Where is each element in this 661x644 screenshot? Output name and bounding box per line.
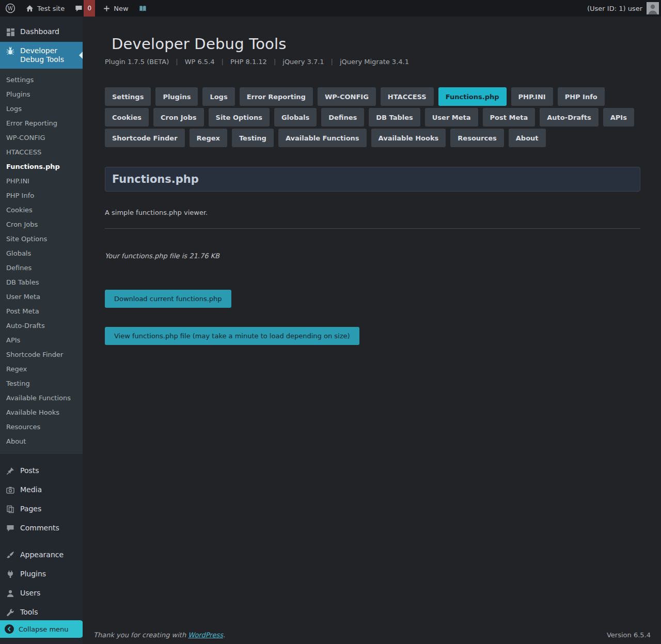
footer-version: Version 6.5.4 (607, 631, 651, 639)
tab-available-hooks[interactable]: Available Hooks (371, 129, 446, 147)
sidebar-item-appearance[interactable]: Appearance (0, 546, 83, 565)
submenu-item-settings[interactable]: Settings (0, 73, 83, 87)
tools-icon (5, 607, 15, 618)
tab-php-info[interactable]: PHP Info (558, 87, 605, 106)
panel-title: Functions.php (112, 173, 199, 185)
tab-functions-php[interactable]: Functions.php (438, 87, 507, 106)
meta-item: jQuery 3.7.1 (282, 58, 324, 66)
submenu-item-testing[interactable]: Testing (0, 376, 83, 391)
sidebar-item-label: Media (20, 485, 42, 494)
tab-testing[interactable]: Testing (232, 129, 274, 147)
tab-regex[interactable]: Regex (190, 129, 227, 147)
menu-separator (0, 454, 83, 462)
admin-bar-comments-button[interactable] (70, 0, 84, 17)
panel-header: Functions.php (105, 167, 640, 192)
tab-user-meta[interactable]: User Meta (425, 108, 478, 127)
submenu-item-site-options[interactable]: Site Options (0, 232, 83, 246)
tab-defines[interactable]: Defines (321, 108, 364, 127)
meta-item: Plugin 1.7.5 (BETA) (105, 58, 169, 66)
submenu-item-globals[interactable]: Globals (0, 246, 83, 261)
submenu-item-available-hooks[interactable]: Available Hooks (0, 405, 83, 420)
tab-resources[interactable]: Resources (450, 129, 503, 147)
tab-shortcode-finder[interactable]: Shortcode Finder (105, 129, 185, 147)
download-functions-button[interactable]: Download current functions.php (105, 290, 231, 308)
submenu-item-cron-jobs[interactable]: Cron Jobs (0, 217, 83, 232)
page-title: Developer Debug Tools (112, 35, 287, 53)
user-info-label[interactable]: (User ID: 1) user (587, 5, 642, 12)
sidebar-item-users[interactable]: Users (0, 584, 83, 603)
sidebar-submenu: SettingsPluginsLogsError ReportingWP-CON… (0, 69, 83, 454)
tab-auto-drafts[interactable]: Auto-Drafts (540, 108, 598, 127)
panel-description: A simple functions.php viewer. (105, 209, 640, 216)
new-label: New (114, 5, 128, 12)
submenu-item-functions-php[interactable]: Functions.php (0, 160, 83, 174)
submenu-item-wp-config[interactable]: WP-CONFIG (0, 131, 83, 145)
sidebar-item-pages[interactable]: Pages (0, 500, 83, 519)
submenu-item-available-functions[interactable]: Available Functions (0, 391, 83, 405)
new-content-button[interactable]: New (98, 0, 133, 17)
collapse-menu-button[interactable]: Collapse menu (0, 620, 83, 638)
view-functions-button[interactable]: View functions.php file (may take a minu… (105, 327, 359, 345)
sidebar-item-comments[interactable]: Comments (0, 519, 83, 538)
sidebar-item-label: Dashboard (20, 27, 59, 36)
submenu-item-php-ini[interactable]: PHP.INI (0, 174, 83, 189)
site-name-link[interactable]: Test site (21, 0, 70, 17)
tab-error-reporting[interactable]: Error Reporting (240, 87, 313, 106)
tab-plugins[interactable]: Plugins (155, 87, 198, 106)
sidebar-item-label: Users (20, 589, 40, 598)
submenu-item-regex[interactable]: Regex (0, 362, 83, 376)
submenu-item-apis[interactable]: APIs (0, 333, 83, 348)
tab-site-options[interactable]: Site Options (209, 108, 270, 127)
sidebar-item-posts[interactable]: Posts (0, 462, 83, 481)
submenu-item-shortcode-finder[interactable]: Shortcode Finder (0, 348, 83, 362)
submenu-item-htaccess[interactable]: HTACCESS (0, 145, 83, 160)
collapse-menu-label: Collapse menu (19, 625, 69, 633)
submenu-item-resources[interactable]: Resources (0, 420, 83, 434)
submenu-item-defines[interactable]: Defines (0, 261, 83, 275)
sidebar-item-developer-debug-tools[interactable]: Developer Debug Tools (0, 42, 83, 69)
tab-settings[interactable]: Settings (105, 87, 151, 106)
submenu-item-db-tables[interactable]: DB Tables (0, 275, 83, 290)
wordpress-link[interactable]: WordPress (188, 631, 223, 639)
comments-count-badge[interactable]: 0 (84, 0, 95, 17)
debug-toolbar-button[interactable] (134, 0, 152, 17)
sidebar-item-plugins[interactable]: Plugins (0, 565, 83, 584)
sidebar-item-label: Posts (20, 466, 39, 475)
home-icon (26, 5, 34, 12)
tab-wp-config[interactable]: WP-CONFIG (318, 87, 376, 106)
wordpress-menu-button[interactable]: W (0, 0, 21, 17)
sidebar-item-media[interactable]: Media (0, 481, 83, 500)
tab-bar: SettingsPluginsLogsError ReportingWP-CON… (105, 87, 640, 147)
tab-logs[interactable]: Logs (202, 87, 234, 106)
submenu-item-plugins[interactable]: Plugins (0, 87, 83, 102)
submenu-item-auto-drafts[interactable]: Auto-Drafts (0, 319, 83, 333)
meta-separator: | (176, 58, 178, 66)
submenu-item-post-meta[interactable]: Post Meta (0, 304, 83, 319)
tab-globals[interactable]: Globals (274, 108, 317, 127)
admin-bar: W Test site 0 New (User ID: 1) user (0, 0, 661, 17)
wordpress-logo-icon: W (5, 3, 15, 13)
tab-htaccess[interactable]: HTACCESS (381, 87, 434, 106)
submenu-item-about[interactable]: About (0, 434, 83, 449)
tab-php-ini[interactable]: PHP.INI (511, 87, 553, 106)
tab-about[interactable]: About (509, 129, 546, 147)
submenu-item-logs[interactable]: Logs (0, 102, 83, 116)
submenu-item-php-info[interactable]: PHP Info (0, 189, 83, 203)
tab-cookies[interactable]: Cookies (105, 108, 149, 127)
tab-cron-jobs[interactable]: Cron Jobs (153, 108, 203, 127)
collapse-arrow-icon (4, 624, 14, 634)
meta-item: PHP 8.1.12 (230, 58, 267, 66)
avatar[interactable] (647, 2, 659, 14)
submenu-item-cookies[interactable]: Cookies (0, 203, 83, 217)
sidebar-item-dashboard[interactable]: Dashboard (0, 23, 83, 42)
submenu-item-error-reporting[interactable]: Error Reporting (0, 116, 83, 131)
sidebar-item-tools[interactable]: Tools (0, 603, 83, 622)
tab-post-meta[interactable]: Post Meta (483, 108, 536, 127)
dashboard-icon (5, 27, 15, 37)
tab-apis[interactable]: APIs (603, 108, 634, 127)
tab-available-functions[interactable]: Available Functions (278, 129, 367, 147)
meta-item: WP 6.5.4 (185, 58, 215, 66)
appearance-icon (5, 550, 15, 560)
submenu-item-user-meta[interactable]: User Meta (0, 290, 83, 304)
tab-db-tables[interactable]: DB Tables (369, 108, 420, 127)
